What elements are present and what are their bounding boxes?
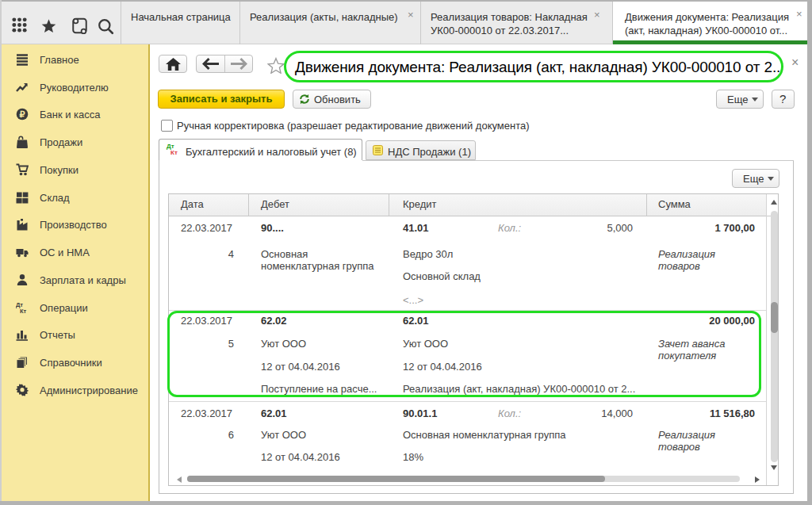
svg-text:₽: ₽ xyxy=(20,109,25,119)
svg-text:Кт: Кт xyxy=(20,308,27,314)
